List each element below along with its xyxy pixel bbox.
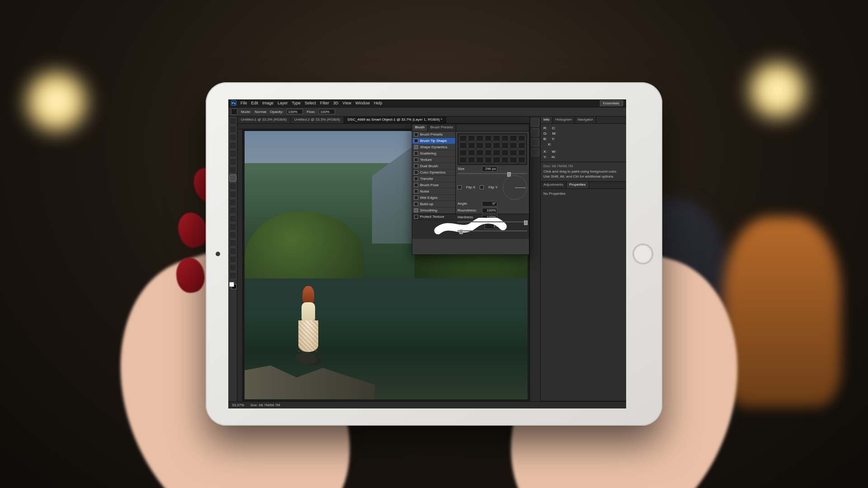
brush-tip-28[interactable]	[493, 157, 500, 163]
brush-option-checkbox-7[interactable]	[414, 177, 418, 181]
brush-option-checkbox-5[interactable]	[414, 164, 418, 168]
brush-tip-15[interactable]	[518, 142, 526, 149]
brush-preset-thumb-icon[interactable]	[231, 108, 237, 115]
roundness-value[interactable]: 100%	[482, 208, 497, 213]
brush-option-7[interactable]: Transfer	[412, 176, 455, 182]
brush-option-1[interactable]: Brush Tip Shape	[412, 138, 455, 144]
brush-tip-20[interactable]	[493, 150, 500, 156]
brush-tip-23[interactable]	[518, 150, 526, 156]
doc-tab-1[interactable]: Untitled-1 @ 33.3% (RGB/8)	[237, 117, 291, 123]
brush-option-6[interactable]: Color Dynamics	[412, 169, 455, 176]
flow-input[interactable]	[319, 109, 335, 114]
menu-filter[interactable]: Filter	[320, 101, 329, 105]
brush-tip-5[interactable]	[501, 135, 509, 141]
brush-tip-12[interactable]	[493, 142, 500, 149]
tab-navigator[interactable]: Navigator	[575, 117, 596, 123]
panel-icon-2[interactable]	[531, 128, 539, 136]
tab-info[interactable]: Info	[541, 117, 552, 123]
type-tool-icon[interactable]	[229, 239, 236, 247]
brush-option-checkbox-2[interactable]	[414, 145, 418, 149]
opacity-input[interactable]	[287, 109, 303, 114]
doc-tab-3[interactable]: DSC_4689 as Smart Object-1 @ 33.7% (Laye…	[344, 117, 446, 123]
size-slider[interactable]	[458, 173, 527, 174]
flipy-checkbox[interactable]	[480, 185, 484, 189]
brush-option-checkbox-4[interactable]	[414, 158, 418, 162]
flipx-checkbox[interactable]	[458, 185, 462, 189]
angle-value[interactable]: 0°	[482, 201, 497, 206]
brush-tip-11[interactable]	[485, 142, 492, 149]
brush-tip-1[interactable]	[468, 135, 476, 141]
brush-tip-21[interactable]	[501, 150, 509, 156]
angle-dial[interactable]	[503, 175, 527, 200]
brush-option-checkbox-11[interactable]	[414, 202, 418, 206]
brush-option-checkbox-9[interactable]	[414, 189, 418, 193]
brush-tip-4[interactable]	[493, 135, 500, 141]
brush-option-2[interactable]: Shape Dynamics	[412, 144, 455, 150]
menu-layer[interactable]: Layer	[278, 101, 288, 105]
tablet-home-button[interactable]	[632, 244, 653, 264]
menu-view[interactable]: View	[343, 101, 351, 105]
brush-option-checkbox-12[interactable]	[414, 208, 418, 212]
heal-tool-icon[interactable]	[229, 166, 236, 174]
doc-tab-2[interactable]: Untitled-2 @ 33.3% (RGB/8)	[291, 117, 344, 123]
brush-tip-13[interactable]	[501, 142, 509, 149]
hardness-slider[interactable]	[458, 221, 527, 222]
marquee-tool-icon[interactable]	[229, 126, 236, 133]
brush-tip-25[interactable]	[468, 157, 476, 163]
shape-tool-icon[interactable]	[229, 256, 236, 263]
stamp-tool-icon[interactable]	[229, 183, 236, 190]
brush-tip-9[interactable]	[468, 142, 476, 149]
lasso-tool-icon[interactable]	[229, 134, 236, 141]
brush-tip-18[interactable]	[476, 150, 484, 156]
brush-option-0[interactable]: Brush Presets	[412, 131, 455, 138]
tab-adjustments[interactable]: Adjustments	[541, 182, 566, 188]
brush-tip-16[interactable]	[459, 150, 467, 156]
brush-tip-31[interactable]	[518, 157, 526, 163]
brush-tip-10[interactable]	[476, 142, 484, 149]
tab-brush[interactable]: Brush	[412, 124, 428, 131]
brush-option-5[interactable]: Dual Brush	[412, 163, 455, 169]
panel-icon-1[interactable]	[531, 118, 539, 127]
brush-option-9[interactable]: Noise	[412, 188, 455, 195]
blur-tool-icon[interactable]	[229, 215, 236, 222]
hand-tool-icon[interactable]	[229, 264, 236, 271]
brush-option-4[interactable]: Texture	[412, 157, 455, 163]
workspace-switcher[interactable]: Essentials	[600, 100, 623, 106]
zoom-readout[interactable]: 33.37%	[232, 403, 244, 407]
brush-tip-22[interactable]	[509, 150, 517, 156]
spacing-slider[interactable]	[458, 230, 527, 231]
wand-tool-icon[interactable]	[229, 142, 236, 149]
menu-3d[interactable]: 3D	[333, 101, 339, 105]
brush-option-checkbox-8[interactable]	[414, 183, 418, 187]
brush-option-checkbox-10[interactable]	[414, 196, 418, 200]
brush-option-checkbox-3[interactable]	[414, 151, 418, 155]
brush-tip-30[interactable]	[509, 157, 517, 163]
crop-tool-icon[interactable]	[229, 150, 236, 157]
eyedropper-tool-icon[interactable]	[229, 158, 236, 165]
brush-option-11[interactable]: Build-up	[412, 201, 455, 207]
brush-tip-2[interactable]	[476, 135, 484, 141]
brush-tip-19[interactable]	[485, 150, 492, 156]
brush-tip-7[interactable]	[518, 135, 526, 141]
brush-tip-6[interactable]	[509, 135, 517, 141]
menu-window[interactable]: Window	[355, 101, 370, 105]
mode-value[interactable]: Normal	[255, 110, 266, 114]
tab-properties[interactable]: Properties	[566, 182, 589, 188]
menu-image[interactable]: Image	[262, 101, 274, 105]
menu-help[interactable]: Help	[374, 101, 382, 105]
tab-histogram[interactable]: Histogram	[552, 117, 575, 123]
eraser-tool-icon[interactable]	[229, 199, 236, 206]
brush-tip-grid[interactable]	[458, 133, 527, 165]
history-brush-tool-icon[interactable]	[229, 191, 236, 198]
brush-tip-24[interactable]	[459, 157, 467, 163]
brush-tip-26[interactable]	[476, 157, 484, 163]
panel-icon-3[interactable]	[531, 138, 539, 146]
brush-tip-0[interactable]	[459, 135, 467, 141]
brush-tip-27[interactable]	[485, 157, 492, 163]
panel-icon-4[interactable]	[531, 148, 539, 156]
brush-option-3[interactable]: Scattering	[412, 150, 455, 157]
brush-option-8[interactable]: Brush Pose	[412, 182, 455, 188]
path-tool-icon[interactable]	[229, 248, 236, 255]
gradient-tool-icon[interactable]	[229, 207, 236, 214]
move-tool-icon[interactable]	[229, 117, 236, 125]
